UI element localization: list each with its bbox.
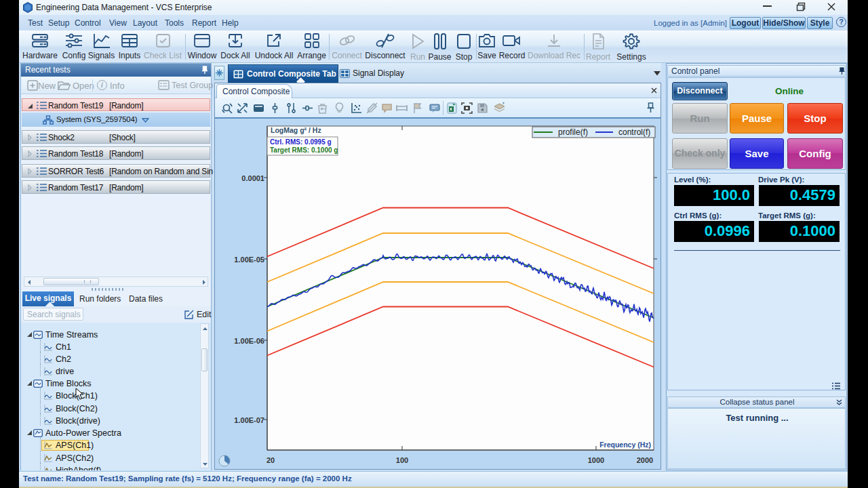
svg-text:1000: 1000 [588, 456, 604, 464]
svg-text:control(f): control(f) [618, 127, 650, 137]
svg-text:100: 100 [396, 456, 408, 464]
svg-text:1.00E-05: 1.00E-05 [234, 256, 264, 264]
svg-text:20: 20 [267, 456, 275, 464]
svg-text:Frequency (Hz): Frequency (Hz) [599, 441, 651, 449]
svg-text:1.00E-07: 1.00E-07 [234, 416, 264, 424]
svg-text:0.0001: 0.0001 [241, 174, 264, 182]
svg-text:profile(f): profile(f) [558, 127, 588, 137]
svg-text:Ctrl. RMS: 0.0995 g: Ctrl. RMS: 0.0995 g [270, 138, 332, 146]
svg-text:Target RMS: 0.1000 g: Target RMS: 0.1000 g [270, 146, 338, 154]
svg-text:LogMag g² / Hz: LogMag g² / Hz [271, 126, 321, 134]
svg-text:2000: 2000 [637, 456, 653, 464]
svg-text:1.00E-06: 1.00E-06 [234, 337, 264, 345]
